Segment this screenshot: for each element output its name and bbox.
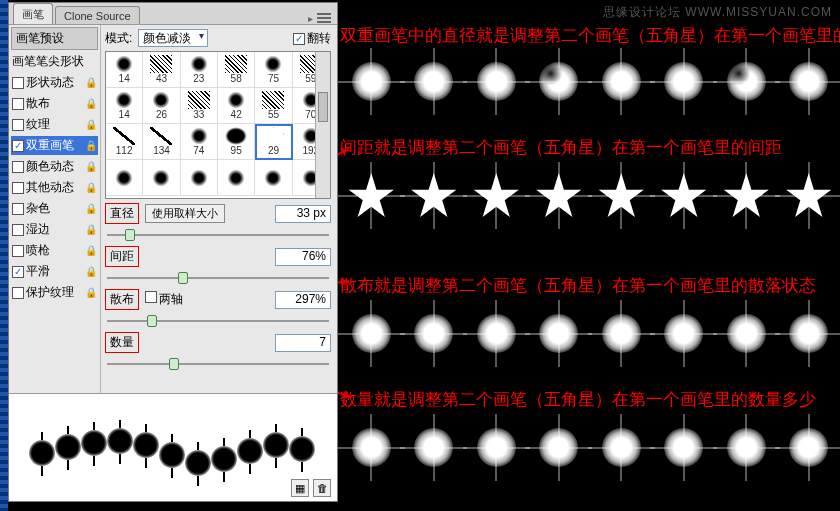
glow-sample	[344, 168, 399, 223]
glow-sample	[719, 420, 774, 475]
checkbox-icon[interactable]: ✓	[12, 266, 24, 278]
brush-swatch[interactable]: 14	[106, 52, 143, 88]
brush-swatch[interactable]: 95	[218, 124, 255, 160]
side-tip[interactable]: 画笔笔尖形状	[11, 52, 98, 71]
swatch-scrollbar[interactable]	[315, 52, 330, 198]
diameter-input[interactable]: 33 px	[275, 205, 331, 223]
brush-swatch[interactable]: 75	[255, 52, 292, 88]
flyout-menu-icon[interactable]	[317, 13, 331, 23]
brush-swatch[interactable]: 29	[255, 124, 292, 160]
slider-handle[interactable]	[147, 315, 157, 327]
spacing-slider[interactable]	[107, 271, 329, 285]
lock-icon[interactable]: 🔒	[85, 77, 97, 88]
lock-icon[interactable]: 🔒	[85, 224, 97, 235]
spacing-input[interactable]: 76%	[275, 248, 331, 266]
brush-presets-header[interactable]: 画笔预设	[11, 27, 98, 50]
glow-row-4	[340, 420, 840, 475]
checkbox-icon[interactable]	[12, 224, 24, 236]
lock-icon[interactable]: 🔒	[85, 140, 97, 151]
side-smooth[interactable]: ✓平滑🔒	[11, 262, 98, 281]
glow-sample	[656, 306, 711, 361]
side-protect[interactable]: 保护纹理🔒	[11, 283, 98, 302]
brush-swatch[interactable]: 112	[106, 124, 143, 160]
lock-icon[interactable]: 🔒	[85, 245, 97, 256]
checkbox-icon[interactable]: ✓	[12, 140, 24, 152]
glow-sample	[531, 54, 586, 109]
brush-swatch[interactable]: 42	[218, 88, 255, 124]
brush-swatch[interactable]: 26	[143, 88, 180, 124]
count-slider[interactable]	[107, 357, 329, 371]
both-axes-checkbox[interactable]: 两轴	[145, 291, 183, 308]
brush-swatch[interactable]	[106, 160, 143, 196]
mode-select[interactable]: 颜色减淡	[138, 29, 208, 47]
lock-icon[interactable]: 🔒	[85, 287, 97, 298]
lock-icon[interactable]: 🔒	[85, 203, 97, 214]
mode-label: 模式:	[105, 30, 132, 47]
side-other-label: 其他动态	[26, 179, 74, 196]
lock-icon[interactable]: 🔒	[85, 182, 97, 193]
side-air-label: 喷枪	[26, 242, 50, 259]
checkbox-icon[interactable]	[12, 203, 24, 215]
lock-icon[interactable]: 🔒	[85, 119, 97, 130]
side-color[interactable]: 颜色动态🔒	[11, 157, 98, 176]
slider-handle[interactable]	[169, 358, 179, 370]
side-wet[interactable]: 湿边🔒	[11, 220, 98, 239]
side-dual[interactable]: ✓双重画笔🔒	[11, 136, 98, 155]
side-scatter[interactable]: 散布🔒	[11, 94, 98, 113]
tab-clone-source[interactable]: Clone Source	[55, 6, 140, 24]
glow-row-1	[340, 54, 840, 109]
glow-sample	[594, 168, 649, 223]
checkbox-icon[interactable]	[12, 77, 24, 89]
diameter-slider[interactable]	[107, 228, 329, 242]
checkbox-icon[interactable]	[12, 161, 24, 173]
collapse-icon[interactable]: ▸	[308, 13, 313, 24]
glow-sample	[469, 306, 524, 361]
slider-handle[interactable]	[125, 229, 135, 241]
side-wet-label: 湿边	[26, 221, 50, 238]
scatter-input[interactable]: 297%	[275, 291, 331, 309]
brush-swatch[interactable]	[143, 160, 180, 196]
side-other[interactable]: 其他动态🔒	[11, 178, 98, 197]
checkbox-icon[interactable]	[12, 287, 24, 299]
glow-row-2	[340, 168, 840, 223]
glow-sample	[469, 420, 524, 475]
brush-swatch[interactable]: 33	[181, 88, 218, 124]
side-texture[interactable]: 纹理🔒	[11, 115, 98, 134]
tab-brush[interactable]: 画笔	[13, 3, 53, 24]
brush-swatch[interactable]: 134	[143, 124, 180, 160]
brush-preview: ▦ 🗑	[9, 393, 337, 501]
panel-menu[interactable]: ▸	[302, 13, 337, 24]
scatter-slider[interactable]	[107, 314, 329, 328]
checkbox-icon[interactable]	[12, 182, 24, 194]
checkbox-icon	[145, 291, 157, 303]
side-shape[interactable]: 形状动态🔒	[11, 73, 98, 92]
brush-swatch[interactable]	[218, 160, 255, 196]
trash-icon[interactable]: 🗑	[313, 479, 331, 497]
brush-swatch[interactable]	[181, 160, 218, 196]
count-input[interactable]: 7	[275, 334, 331, 352]
brush-swatch[interactable]: 23	[181, 52, 218, 88]
brush-swatch[interactable]: 14	[106, 88, 143, 124]
slider-handle[interactable]	[178, 272, 188, 284]
lock-icon[interactable]: 🔒	[85, 98, 97, 109]
brush-swatch[interactable]: 55	[255, 88, 292, 124]
lock-icon[interactable]: 🔒	[85, 161, 97, 172]
brush-swatch[interactable]: 74	[181, 124, 218, 160]
lock-icon[interactable]: 🔒	[85, 266, 97, 277]
side-air[interactable]: 喷枪🔒	[11, 241, 98, 260]
brush-swatch-grid[interactable]: 144323587559142633425570112134749529192	[105, 51, 331, 199]
side-noise[interactable]: 杂色🔒	[11, 199, 98, 218]
checkbox-icon[interactable]	[12, 119, 24, 131]
glow-sample	[531, 420, 586, 475]
use-sample-size-button[interactable]: 使用取样大小	[145, 204, 225, 223]
glow-sample	[719, 306, 774, 361]
flip-checkbox[interactable]: ✓翻转	[293, 30, 331, 47]
brush-swatch[interactable]	[255, 160, 292, 196]
brush-swatch[interactable]: 43	[143, 52, 180, 88]
checkbox-icon[interactable]	[12, 245, 24, 257]
scatter-label: 散布	[105, 289, 139, 310]
scrollbar-thumb[interactable]	[318, 92, 328, 122]
brush-swatch[interactable]: 58	[218, 52, 255, 88]
new-brush-icon[interactable]: ▦	[291, 479, 309, 497]
checkbox-icon[interactable]	[12, 98, 24, 110]
